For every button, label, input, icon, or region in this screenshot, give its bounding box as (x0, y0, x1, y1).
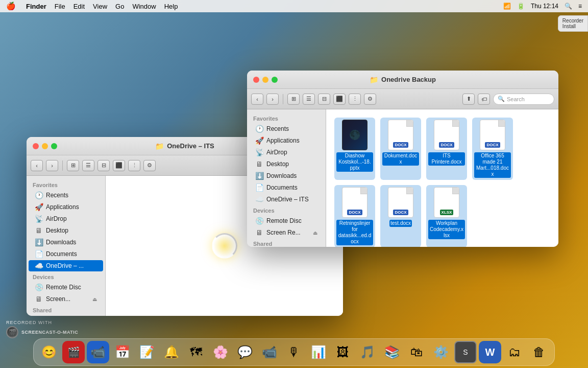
gallery-view-btn-2[interactable]: ⬛ (333, 94, 346, 105)
dock-word[interactable]: W (479, 341, 501, 363)
action-btn-1[interactable]: ⚙ (143, 160, 156, 171)
menubar-search-icon[interactable]: 🔍 (565, 3, 572, 10)
sidebar-item-applications-2[interactable]: 🚀 Applications (249, 135, 324, 146)
icon-view-btn-1[interactable]: ⊞ (67, 160, 79, 171)
menubar-view[interactable]: View (93, 3, 107, 10)
file-name-dokument: Dokument.docx (382, 152, 419, 166)
maximize-button-2[interactable] (272, 77, 278, 83)
list-view-btn-1[interactable]: ☰ (82, 160, 94, 171)
close-button-1[interactable] (33, 143, 39, 149)
file-item-office365[interactable]: DOCX Office 365 made 21 Mart...018.docx (472, 118, 513, 180)
sidebar-item-recents-2[interactable]: 🕐 Recents (249, 123, 324, 134)
maximize-button-1[interactable] (51, 143, 57, 149)
menubar-go[interactable]: Go (115, 3, 124, 10)
list-view-btn-2[interactable]: ☰ (303, 94, 315, 105)
sidebar-item-desktop-1[interactable]: 🖥 Desktop (29, 225, 103, 236)
dock-music[interactable]: 🎵 (356, 341, 379, 363)
sort-btn-2[interactable]: ⋮ (349, 94, 361, 105)
dock-calendar[interactable]: 📅 (111, 341, 134, 363)
forward-button-1[interactable]: › (46, 160, 58, 171)
back-button-2[interactable]: ‹ (251, 94, 263, 105)
sidebar-item-all-1[interactable]: 🌐 All... (29, 315, 103, 316)
action-btn-2[interactable]: ⚙ (364, 94, 376, 105)
screen-icon-2: 🖥 (255, 228, 263, 237)
eject-icon-2[interactable]: ⏏ (313, 230, 317, 236)
loading-spinner (212, 233, 237, 259)
sidebar-item-documents-2[interactable]: 📄 Documents (249, 182, 324, 193)
recorder-line2: Install (562, 24, 583, 29)
sidebar-item-downloads-2[interactable]: ⬇️ Downloads (249, 170, 324, 181)
dock-screen-recorder[interactable]: 📹 (87, 341, 109, 363)
documents-icon-1: 📄 (35, 250, 43, 258)
menubar-help[interactable]: Help (164, 3, 178, 10)
menubar-file[interactable]: File (55, 3, 65, 10)
sidebar-item-airdrop-2[interactable]: 📡 AirDrop (249, 147, 324, 158)
sidebar-section-shared-1: Shared (27, 305, 105, 314)
recorder-badge[interactable]: Recorder Install (558, 15, 588, 32)
file-item-retningslinjer[interactable]: DOCX Retningslinjer for datasikk...ed.do… (334, 185, 375, 247)
dock-screen[interactable]: S (454, 341, 477, 363)
menubar-left: 🍎 Finder File Edit View Go Window Help (6, 2, 178, 11)
dock-podcasts[interactable]: 🎙 (283, 341, 305, 363)
file-item-itsprintere[interactable]: DOCX ITS Printere.docx (426, 118, 467, 180)
file-item-workplan[interactable]: XLSX Workplan Codecademy.xlsx (426, 185, 467, 247)
file-icon-workplan: XLSX (431, 187, 462, 218)
search-box-2[interactable]: 🔍 Search (493, 94, 554, 105)
sidebar-item-screen-2[interactable]: 🖥 Screen Re... ⏏ (249, 227, 324, 238)
dock-finder2[interactable]: 🗂 (503, 341, 526, 363)
sidebar-item-airdrop-1[interactable]: 📡 AirDrop (29, 213, 103, 224)
sidebar-item-remotedisc-2[interactable]: 💿 Remote Disc (249, 215, 324, 226)
sidebar-item-desktop-2[interactable]: 🖥 Desktop (249, 158, 324, 170)
dock-stickies[interactable]: 📝 (136, 341, 158, 363)
menubar-right: 📶 🔋 Thu 12:14 🔍 ≡ (503, 3, 582, 10)
menubar-finder[interactable]: Finder (26, 3, 46, 10)
menubar-control-icon[interactable]: ≡ (578, 3, 582, 10)
back-button-1[interactable]: ‹ (31, 160, 43, 171)
menubar-edit[interactable]: Edit (74, 3, 85, 10)
docx-icon-test: DOCX (388, 187, 413, 218)
dock-numbers[interactable]: 📊 (307, 341, 330, 363)
file-item-test[interactable]: DOCX test.docx (380, 185, 421, 247)
dock-appstore[interactable]: 🛍 (405, 341, 428, 363)
icon-view-btn-2[interactable]: ⊞ (287, 94, 300, 105)
tag-btn-2[interactable]: 🏷 (478, 94, 490, 105)
sidebar-item-onedrive-2[interactable]: ☁️ OneDrive – ITS (249, 194, 324, 205)
sidebar-item-screen-1[interactable]: 🖥 Screen... ⏏ (29, 293, 103, 305)
file-item-diashow[interactable]: 🌑 Diashow Kostskol...-18.pptx (334, 118, 375, 180)
column-view-btn-2[interactable]: ⊟ (318, 94, 330, 105)
file-icon-itsprintere: DOCX (431, 120, 462, 150)
close-button-2[interactable] (253, 77, 259, 83)
sidebar-item-downloads-1[interactable]: ⬇️ Downloads (29, 237, 103, 248)
sidebar-item-recents-1[interactable]: 🕐 Recents (29, 190, 103, 201)
dock-messages[interactable]: 💬 (234, 341, 256, 363)
file-item-dokument[interactable]: DOCX Dokument.docx (380, 118, 421, 180)
forward-button-2[interactable]: › (266, 94, 279, 105)
gallery-view-btn-1[interactable]: ⬛ (113, 160, 125, 171)
dock-trash[interactable]: 🗑 (528, 341, 550, 363)
apple-menu[interactable]: 🍎 (6, 2, 16, 11)
dock-finder[interactable]: 😊 (38, 341, 60, 363)
eject-icon-1[interactable]: ⏏ (92, 296, 97, 302)
dock-photos[interactable]: 🌸 (209, 341, 232, 363)
column-view-btn-1[interactable]: ⊟ (97, 160, 110, 171)
dock-keynote[interactable]: 🖼 (332, 341, 354, 363)
traffic-lights-2 (253, 77, 278, 83)
menubar-window[interactable]: Window (132, 3, 156, 10)
dock-screencast[interactable]: 🎬 (62, 341, 85, 363)
dock-books[interactable]: 📚 (381, 341, 403, 363)
minimize-button-2[interactable] (262, 77, 268, 83)
minimize-button-1[interactable] (42, 143, 48, 149)
dock-maps[interactable]: 🗺 (185, 341, 207, 363)
share-btn-2[interactable]: ⬆ (462, 94, 475, 105)
sidebar-item-remotedisc-1[interactable]: 💿 Remote Disc (29, 282, 103, 293)
file-icon-retningslinjer: DOCX (339, 187, 370, 218)
sidebar-item-onedrive-1[interactable]: ☁️ OneDrive – ... (29, 260, 103, 271)
dock-systemprefs[interactable]: ⚙️ (430, 341, 452, 363)
sidebar-item-applications-1[interactable]: 🚀 Applications (29, 201, 103, 213)
sidebar-item-documents-1[interactable]: 📄 Documents (29, 248, 103, 260)
documents-icon-2: 📄 (255, 183, 263, 192)
dock-facetime[interactable]: 📹 (258, 341, 281, 363)
sort-btn-1[interactable]: ⋮ (128, 160, 140, 171)
dock-reminders[interactable]: 🔔 (160, 341, 183, 363)
xlsx-icon-workplan: XLSX (434, 187, 459, 218)
